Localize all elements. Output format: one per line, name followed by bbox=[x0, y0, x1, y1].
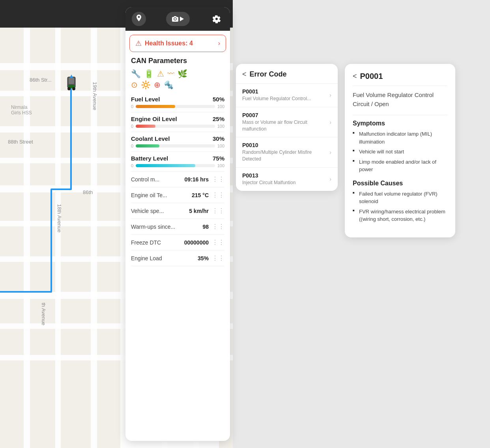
error-panel-back-button[interactable]: < bbox=[242, 70, 247, 78]
error-p0007-chevron: › bbox=[329, 119, 331, 125]
warmups-label: Warm-ups since... bbox=[131, 224, 175, 230]
data-rows-section: Control m... 09:16 hrs ⋮⋮ Engine oil Te.… bbox=[125, 172, 230, 266]
oil-max: 100 bbox=[217, 124, 224, 129]
health-issues-banner[interactable]: ⚠ Health Issues: 4 › bbox=[129, 35, 226, 52]
control-module-row: Control m... 09:16 hrs ⋮⋮ bbox=[131, 172, 224, 187]
fuel-track bbox=[136, 105, 215, 108]
error-item-p0007[interactable]: P0007 Mass or Volume air flow Circuit ma… bbox=[236, 107, 338, 138]
error-panel-header: < Error Code bbox=[236, 64, 338, 84]
general-warning-icon: ⚠ bbox=[157, 69, 164, 78]
error-p0013-chevron: › bbox=[329, 176, 331, 182]
svg-marker-23 bbox=[180, 17, 184, 21]
engine-load-dots[interactable]: ⋮⋮ bbox=[212, 254, 224, 262]
symptom-3: Limp mode enabled and/or lack of power bbox=[353, 158, 447, 174]
vehicle-speed-dots[interactable]: ⋮⋮ bbox=[212, 207, 224, 215]
detail-panel: < P0001 Fuel Volume Regulator Control Ci… bbox=[345, 64, 455, 237]
freeze-dtc-label: Freeze DTC bbox=[131, 239, 161, 246]
health-banner-left: ⚠ Health Issues: 4 bbox=[135, 39, 193, 48]
fuel-level-gauge: Fuel Level 50% 0 100 bbox=[131, 93, 224, 112]
engine-oil-temp-value: 215 °C bbox=[192, 192, 209, 198]
detail-back-button[interactable]: < bbox=[353, 72, 357, 80]
camera-button[interactable] bbox=[166, 12, 190, 26]
battery-level-label: Battery Level bbox=[131, 155, 168, 162]
warning-icons-row-2: ⊙ 🔆 ⊕ 🔩 bbox=[131, 80, 224, 90]
error-desc-p0001: Fuel Volume Regulator Control... bbox=[242, 95, 326, 102]
street-label-th-ave: th Avenue bbox=[41, 303, 47, 326]
causes-list: Failed fuel volume regulator (FVR) solen… bbox=[353, 190, 447, 223]
warning-triangle-icon: ⚠ bbox=[135, 39, 142, 48]
error-panel-title: Error Code bbox=[250, 70, 287, 78]
can-params-title: CAN Parameters bbox=[125, 52, 230, 67]
oil-drop-icon: 🔩 bbox=[164, 80, 174, 90]
location-button[interactable] bbox=[132, 12, 146, 26]
freeze-dtc-row: Freeze DTC 00000000 ⋮⋮ bbox=[131, 235, 224, 250]
error-p0001-chevron: › bbox=[329, 92, 331, 98]
vehicle-speed-label: Vehicle spe... bbox=[131, 208, 164, 214]
coolant-level-value: 30% bbox=[213, 135, 224, 142]
fuel-level-value: 50% bbox=[213, 96, 224, 103]
error-list: P0001 Fuel Volume Regulator Control... ›… bbox=[236, 84, 338, 191]
svg-point-19 bbox=[67, 87, 71, 90]
panel-top-bar bbox=[125, 7, 230, 31]
tpms-warning-icon: ⊙ bbox=[131, 80, 138, 90]
svg-rect-11 bbox=[55, 28, 61, 448]
warmups-value: 98 bbox=[202, 224, 209, 230]
detail-panel-header: < P0001 bbox=[353, 72, 447, 86]
vehicle-speed-row: Vehicle spe... 5 km/hr ⋮⋮ bbox=[131, 203, 224, 219]
engine-load-label: Engine Load bbox=[131, 255, 162, 261]
coolant-fill bbox=[136, 144, 159, 147]
symptoms-list: Malfunction indicator lamp (MIL) illumin… bbox=[353, 130, 447, 174]
app-panel: ⚠ Health Issues: 4 › CAN Parameters 🔧 🔋 … bbox=[125, 7, 230, 441]
health-chevron-icon: › bbox=[218, 40, 220, 47]
warmups-dots[interactable]: ⋮⋮ bbox=[212, 223, 224, 230]
error-desc-p0013: Injector Circuit Malfuntion bbox=[242, 179, 326, 186]
symptoms-title: Symptoms bbox=[353, 120, 447, 127]
street-label-88th: 88th Street bbox=[8, 139, 33, 145]
settings-button[interactable] bbox=[209, 12, 224, 26]
svg-marker-21 bbox=[70, 75, 73, 78]
symptom-1: Malfunction indicator lamp (MIL) illumin… bbox=[353, 130, 447, 146]
control-module-label: Control m... bbox=[131, 176, 159, 183]
temp-warning-icon: 〰 bbox=[167, 70, 174, 78]
engine-oil-temp-dots[interactable]: ⋮⋮ bbox=[212, 191, 224, 199]
engine-load-value: 35% bbox=[198, 255, 209, 261]
error-code-panel: < Error Code P0001 Fuel Volume Regulator… bbox=[236, 64, 338, 191]
freeze-dtc-dots[interactable]: ⋮⋮ bbox=[212, 239, 224, 246]
freeze-dtc-value: 00000000 bbox=[184, 239, 209, 246]
oil-min: 0 bbox=[131, 124, 133, 129]
error-desc-p0007: Mass or Volume air flow Circuit malfunct… bbox=[242, 119, 326, 133]
error-item-p0013[interactable]: P0013 Injector Circuit Malfuntion › bbox=[236, 168, 338, 191]
error-item-p0010[interactable]: P0010 Random/Multiple Cylinder Misfire D… bbox=[236, 137, 338, 168]
detail-description: Fuel Volume Regulator Control Circuit / … bbox=[353, 91, 447, 108]
control-module-value: 09:16 hrs bbox=[185, 176, 209, 183]
engine-oil-temp-label: Engine oil Te... bbox=[131, 192, 167, 198]
street-label-18th-ave: 18th Avenue bbox=[56, 204, 62, 233]
control-module-dots[interactable]: ⋮⋮ bbox=[212, 175, 224, 183]
fuel-max: 100 bbox=[217, 104, 224, 109]
coolant-max: 100 bbox=[217, 144, 224, 148]
gauge-section: Fuel Level 50% 0 100 Engine Oil Level 25… bbox=[125, 93, 230, 172]
battery-level-value: 75% bbox=[213, 155, 224, 162]
svg-rect-18 bbox=[69, 78, 74, 84]
coolant-min: 0 bbox=[131, 144, 133, 148]
error-code-p0001: P0001 bbox=[242, 88, 326, 95]
error-desc-p0010: Random/Multiple Cylinder Misfire Detecte… bbox=[242, 149, 326, 162]
oil-warning-icon: 🔆 bbox=[141, 80, 151, 90]
oil-fill bbox=[136, 125, 155, 128]
engine-warning-icon: 🔧 bbox=[131, 69, 141, 78]
battery-max: 100 bbox=[217, 163, 224, 168]
error-item-p0001-content: P0001 Fuel Volume Regulator Control... bbox=[242, 88, 326, 102]
battery-level-gauge: Battery Level 75% 0 100 bbox=[131, 152, 224, 172]
battery-min: 0 bbox=[131, 163, 133, 168]
coolant-level-gauge: Coolant Level 30% 0 100 bbox=[131, 132, 224, 152]
error-item-p0001[interactable]: P0001 Fuel Volume Regulator Control... › bbox=[236, 84, 338, 107]
error-code-p0013: P0013 bbox=[242, 172, 326, 179]
fuel-min: 0 bbox=[131, 104, 133, 109]
health-issues-text: Health Issues: 4 bbox=[145, 40, 193, 47]
oil-level-value: 25% bbox=[213, 116, 224, 122]
error-p0010-chevron: › bbox=[329, 149, 331, 155]
error-item-p0010-content: P0010 Random/Multiple Cylinder Misfire D… bbox=[242, 142, 326, 162]
coolant-track bbox=[136, 144, 215, 147]
error-item-p0007-content: P0007 Mass or Volume air flow Circuit ma… bbox=[242, 112, 326, 133]
brake-warning-icon: ⊕ bbox=[154, 80, 161, 90]
